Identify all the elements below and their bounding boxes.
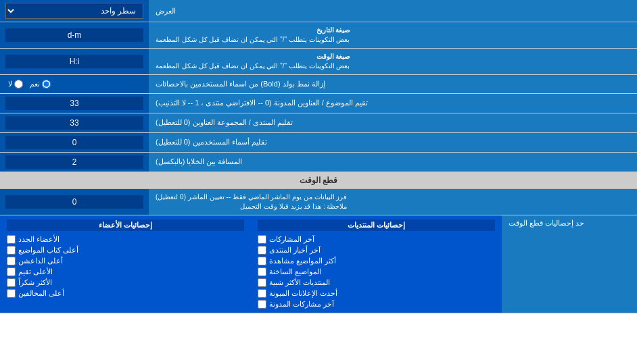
- bold-remove-label: إزالة نمط بولد (Bold) من اسماء المستخدمي…: [149, 75, 637, 93]
- col1-item-4-label: المنتديات الأكثر شبية: [269, 278, 330, 287]
- col2-item-4[interactable]: الأكثر شكراً: [7, 278, 244, 287]
- time-format-label: صيغة الوقت بعض التكوينات يتطلب "/" التي …: [149, 49, 637, 74]
- col1-cb-2[interactable]: [258, 257, 266, 265]
- col1-title: إحصائيات المنتديات: [258, 219, 495, 231]
- forum-order-input-cell: [0, 94, 149, 113]
- checkboxes-outer-row: حد إحصاليات قطع الوقت إحصائيات المنتديات…: [0, 215, 637, 313]
- col1-item-1-label: آخر أخبار المنتدى: [269, 246, 321, 255]
- time-format-input[interactable]: [5, 55, 143, 68]
- radio-no[interactable]: [14, 80, 23, 88]
- col2-cb-1[interactable]: [7, 246, 16, 255]
- col2: إحصائيات الأعضاء الأعضاء الجدد أعلى كتاب…: [7, 219, 244, 309]
- time-format-input-cell: [0, 49, 149, 74]
- col1-item-1[interactable]: آخر أخبار المنتدى: [258, 246, 495, 255]
- cutoff-row: فرز البيانات من يوم الماشر الماضي فقط --…: [0, 189, 637, 215]
- checkboxes-outer: حد إحصاليات قطع الوقت إحصائيات المنتديات…: [0, 215, 637, 313]
- col1-cb-5[interactable]: [258, 289, 266, 298]
- forum-group-order-label: تقليم المنتدى / المجموعة العناوين (0 للت…: [149, 113, 637, 132]
- col2-cb-4[interactable]: [7, 278, 16, 287]
- col2-item-3-label: الأعلى تقيم: [18, 267, 53, 276]
- col2-item-3[interactable]: الأعلى تقيم: [7, 267, 244, 276]
- header-row: العرض سطر واحد سطرين ثلاثة أسطر: [0, 0, 637, 22]
- time-format-title: صيغة الوقت: [156, 52, 350, 61]
- date-format-sublabel: بعض التكوينات يتطلب "/" التي يمكن ان تضا…: [156, 35, 350, 45]
- col1-cb-4[interactable]: [258, 278, 266, 287]
- radio-no-text: لا: [8, 80, 12, 88]
- col1-item-6[interactable]: آخر مشاركات المدونة: [258, 300, 495, 309]
- cell-spacing-label: المسافة بين الخلايا (بالبكسل): [149, 153, 637, 172]
- col1-cb-6[interactable]: [258, 300, 266, 309]
- usernames-trim-input[interactable]: [5, 136, 143, 149]
- time-format-row: صيغة الوقت بعض التكوينات يتطلب "/" التي …: [0, 49, 637, 75]
- radio-yes-label[interactable]: نعم: [30, 80, 51, 88]
- cutoff-input-cell: [0, 189, 149, 215]
- col2-item-2-label: أعلى الداعشن: [18, 257, 63, 265]
- col2-cb-0[interactable]: [7, 235, 16, 244]
- forum-group-order-label-text: تقليم المنتدى / المجموعة العناوين (0 للت…: [156, 118, 293, 128]
- forum-group-order-row: تقليم المنتدى / المجموعة العناوين (0 للت…: [0, 113, 637, 133]
- forum-group-order-input[interactable]: [5, 116, 143, 130]
- bold-remove-label-text: إزالة نمط بولد (Bold) من اسماء المستخدمي…: [156, 79, 325, 89]
- col1-item-2[interactable]: أكثر المواضيع مشاهدة: [258, 257, 495, 265]
- col1-item-5-label: أحدث الإعلانات المبونة: [269, 289, 337, 298]
- forum-order-input[interactable]: [5, 97, 143, 110]
- checkboxes-section-label: حد إحصاليات قطع الوقت: [502, 215, 637, 313]
- col2-title: إحصائيات الأعضاء: [7, 219, 244, 231]
- usernames-trim-row: تقليم أسماء المستخدمين (0 للتعطيل): [0, 133, 637, 153]
- col1-cb-0[interactable]: [258, 235, 266, 244]
- col2-item-0-label: الأعضاء الجدد: [18, 235, 60, 244]
- header-select-area: سطر واحد سطرين ثلاثة أسطر: [0, 0, 149, 22]
- usernames-trim-input-cell: [0, 133, 149, 152]
- date-format-title: صيغة التاريخ: [156, 26, 350, 35]
- col2-item-1[interactable]: أعلى كتاب المواضيع: [7, 246, 244, 255]
- col1-item-3-label: المواضيع الساخنة: [269, 267, 321, 276]
- cutoff-label: فرز البيانات من يوم الماشر الماضي فقط --…: [149, 189, 637, 215]
- cutoff-input[interactable]: [5, 195, 143, 209]
- col2-cb-5[interactable]: [7, 289, 16, 298]
- cutoff-section-header: قطع الوقت: [0, 172, 637, 189]
- col2-item-0[interactable]: الأعضاء الجدد: [7, 235, 244, 244]
- col1-item-5[interactable]: أحدث الإعلانات المبونة: [258, 289, 495, 298]
- col2-item-5[interactable]: أعلى المخالفين: [7, 289, 244, 298]
- col1-item-4[interactable]: المنتديات الأكثر شبية: [258, 278, 495, 287]
- col2-item-2[interactable]: أعلى الداعشن: [7, 257, 244, 265]
- col1-item-0-label: آخر المشاركات: [269, 235, 314, 244]
- col2-cb-2[interactable]: [7, 257, 16, 265]
- time-format-sublabel: بعض التكوينات يتطلب "/" التي يمكن ان تضا…: [156, 61, 350, 71]
- col1-item-2-label: أكثر المواضيع مشاهدة: [269, 257, 336, 265]
- col1-cb-1[interactable]: [258, 246, 266, 255]
- col2-item-1-label: أعلى كتاب المواضيع: [18, 246, 78, 255]
- forum-order-label-text: تقيم الموضوع / العناوين المدونة (0 -- ال…: [156, 98, 368, 108]
- checkboxes-area: إحصائيات المنتديات آخر المشاركات آخر أخب…: [0, 215, 502, 313]
- radio-yes-text: نعم: [30, 80, 40, 88]
- cutoff-section-title: قطع الوقت: [300, 176, 337, 185]
- col1-item-3[interactable]: المواضيع الساخنة: [258, 267, 495, 276]
- radio-yes[interactable]: [42, 80, 51, 88]
- bold-remove-radio-cell: نعم لا: [0, 75, 149, 93]
- radio-no-label[interactable]: لا: [8, 80, 23, 88]
- forum-order-row: تقيم الموضوع / العناوين المدونة (0 -- ال…: [0, 94, 637, 113]
- usernames-trim-label-text: تقليم أسماء المستخدمين (0 للتعطيل): [156, 137, 267, 147]
- date-format-row: صيغة التاريخ بعض التكوينات يتطلب "/" الت…: [0, 22, 637, 49]
- usernames-trim-label: تقليم أسماء المستخدمين (0 للتعطيل): [149, 133, 637, 152]
- page-container: العرض سطر واحد سطرين ثلاثة أسطر صيغة الت…: [0, 0, 637, 313]
- col1-item-6-label: آخر مشاركات المدونة: [269, 300, 334, 309]
- forum-order-label: تقيم الموضوع / العناوين المدونة (0 -- ال…: [149, 94, 637, 113]
- col1-cb-3[interactable]: [258, 267, 266, 276]
- cutoff-label-text: فرز البيانات من يوم الماشر الماضي فقط --…: [156, 192, 347, 211]
- cell-spacing-input-cell: [0, 153, 149, 172]
- checkboxes-section-title: حد إحصاليات قطع الوقت: [509, 219, 584, 228]
- col2-cb-3[interactable]: [7, 267, 16, 276]
- date-format-label: صيغة التاريخ بعض التكوينات يتطلب "/" الت…: [149, 22, 637, 48]
- date-format-input[interactable]: [5, 28, 143, 42]
- col2-item-4-label: الأكثر شكراً: [18, 278, 52, 287]
- forum-group-order-input-cell: [0, 113, 149, 132]
- bold-remove-row: إزالة نمط بولد (Bold) من اسماء المستخدمي…: [0, 75, 637, 94]
- header-label-text: العرض: [156, 7, 176, 16]
- date-format-input-cell: [0, 22, 149, 48]
- display-select[interactable]: سطر واحد سطرين ثلاثة أسطر: [5, 3, 143, 19]
- col1-item-0[interactable]: آخر المشاركات: [258, 235, 495, 244]
- cell-spacing-label-text: المسافة بين الخلايا (بالبكسل): [156, 157, 243, 167]
- cell-spacing-row: المسافة بين الخلايا (بالبكسل): [0, 153, 637, 172]
- cell-spacing-input[interactable]: [5, 155, 143, 169]
